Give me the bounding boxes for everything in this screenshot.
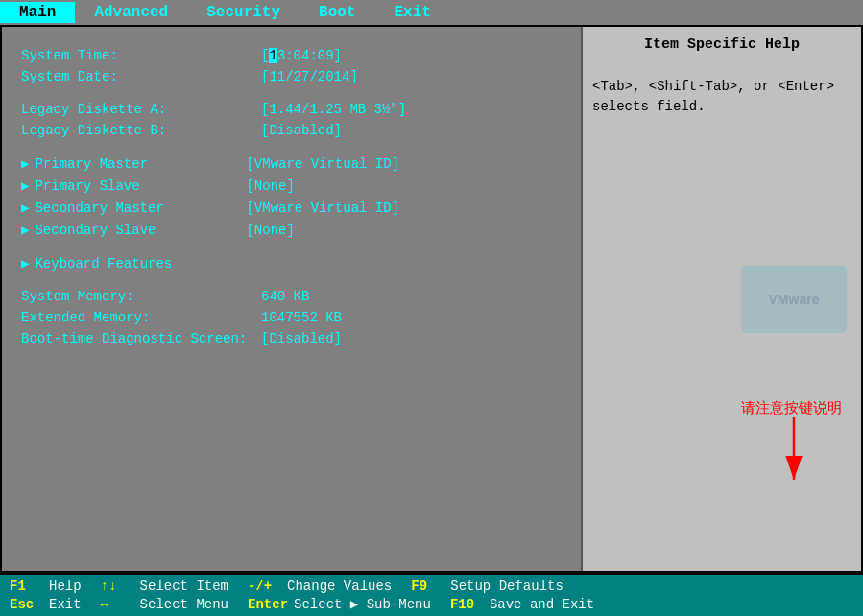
secondary-slave-label: Secondary Slave <box>35 223 246 238</box>
system-memory-value: 640 KB <box>261 289 309 304</box>
annotation-text: 请注意按键说明 <box>741 399 842 417</box>
minus-plus-key: -/+ <box>248 579 281 594</box>
system-date-label: System Date: <box>21 69 261 84</box>
system-date-value[interactable]: [11/27/2014] <box>261 69 358 84</box>
annotation-arrow-svg <box>765 417 823 494</box>
system-memory-label: System Memory: <box>21 289 261 304</box>
boot-diag-value[interactable]: [Disabled] <box>261 331 342 346</box>
f10-desc: Save and Exit <box>490 597 594 612</box>
secondary-slave-row[interactable]: ▶ Secondary Slave [None] <box>21 222 562 238</box>
menu-item-boot[interactable]: Boot <box>300 2 374 23</box>
enter-key: Enter <box>248 597 288 612</box>
system-date-row: System Date: [11/27/2014] <box>21 69 562 84</box>
diskette-b-value[interactable]: [Disabled] <box>261 123 342 138</box>
secondary-slave-arrow: ▶ <box>21 222 29 238</box>
diskette-b-row: Legacy Diskette B: [Disabled] <box>21 123 562 138</box>
f1-key: F1 <box>10 579 43 594</box>
menu-item-main[interactable]: Main <box>0 2 75 23</box>
system-memory-row: System Memory: 640 KB <box>21 289 562 304</box>
bios-screen: Main Advanced Security Boot Exit System … <box>0 0 863 616</box>
left-panel: System Time: [13:04:09] System Date: [11… <box>2 27 583 571</box>
change-values-desc: Change Values <box>287 579 392 594</box>
f1-desc: Help <box>49 579 82 594</box>
boot-diag-row: Boot-time Diagnostic Screen: [Disabled] <box>21 331 562 346</box>
keyboard-features-label: Keyboard Features <box>35 256 246 272</box>
secondary-master-value: [VMware Virtual ID] <box>246 201 399 216</box>
keyboard-features-arrow: ▶ <box>21 255 29 272</box>
f9-desc: Setup Defaults <box>450 579 563 594</box>
status-group-f9: F9 Setup Defaults <box>411 579 563 594</box>
content-area: System Time: [13:04:09] System Date: [11… <box>0 27 863 573</box>
diskette-a-label: Legacy Diskette A: <box>21 102 261 117</box>
esc-key: Esc <box>10 597 43 612</box>
status-group-f1: F1 Help <box>10 579 82 594</box>
system-time-label: System Time: <box>21 48 261 63</box>
select-menu-desc: Select Menu <box>140 597 228 612</box>
menu-item-advanced[interactable]: Advanced <box>75 2 187 23</box>
menu-item-exit[interactable]: Exit <box>374 2 449 23</box>
status-bar: F1 Help ↑↓ Select Item -/+ Change Values… <box>0 573 863 616</box>
primary-slave-arrow: ▶ <box>21 178 29 194</box>
vmware-watermark: VMware <box>736 261 851 338</box>
extended-memory-label: Extended Memory: <box>21 310 261 325</box>
right-panel: Item Specific Help <Tab>, <Shift-Tab>, o… <box>583 27 861 571</box>
system-time-value[interactable]: [13:04:09] <box>261 48 342 63</box>
diskette-b-label: Legacy Diskette B: <box>21 123 261 138</box>
status-row-2: Esc Exit ↔ Select Menu Enter Select ▶ Su… <box>10 596 853 612</box>
primary-master-row[interactable]: ▶ Primary Master [VMware Virtual ID] <box>21 155 562 172</box>
status-group-change-values: -/+ Change Values <box>248 579 392 594</box>
primary-slave-row[interactable]: ▶ Primary Slave [None] <box>21 178 562 194</box>
arrows-updown-key: ↑↓ <box>101 579 134 594</box>
menu-bar: Main Advanced Security Boot Exit <box>0 0 863 27</box>
f10-key: F10 <box>450 597 484 612</box>
boot-diag-label: Boot-time Diagnostic Screen: <box>21 331 261 346</box>
status-group-select-menu: ↔ Select Menu <box>101 597 228 612</box>
diskette-a-row: Legacy Diskette A: [1.44/1.25 MB 3½"] <box>21 102 562 117</box>
f9-key: F9 <box>411 579 444 594</box>
svg-text:VMware: VMware <box>769 292 820 307</box>
secondary-master-row[interactable]: ▶ Secondary Master [VMware Virtual ID] <box>21 200 562 216</box>
extended-memory-row: Extended Memory: 1047552 KB <box>21 310 562 325</box>
system-time-highlight: 1 <box>269 48 276 63</box>
primary-slave-value: [None] <box>246 178 294 194</box>
esc-desc: Exit <box>49 597 82 612</box>
status-group-f10: F10 Save and Exit <box>450 597 594 612</box>
primary-master-label: Primary Master <box>35 156 246 172</box>
arrows-leftright-key: ↔ <box>101 597 134 612</box>
status-group-enter: Enter Select ▶ Sub-Menu <box>248 596 431 612</box>
status-group-select-item: ↑↓ Select Item <box>101 579 228 594</box>
diskette-a-value[interactable]: [1.44/1.25 MB 3½"] <box>261 102 406 117</box>
keyboard-features-row[interactable]: ▶ Keyboard Features <box>21 255 562 272</box>
primary-slave-label: Primary Slave <box>35 178 246 194</box>
status-row-1: F1 Help ↑↓ Select Item -/+ Change Values… <box>10 579 853 594</box>
extended-memory-value: 1047552 KB <box>261 310 342 325</box>
secondary-slave-value: [None] <box>246 223 294 238</box>
secondary-master-arrow: ▶ <box>21 200 29 216</box>
menu-item-security[interactable]: Security <box>187 2 300 23</box>
status-group-esc: Esc Exit <box>10 597 82 612</box>
secondary-master-label: Secondary Master <box>35 201 246 216</box>
primary-master-value: [VMware Virtual ID] <box>246 156 399 172</box>
select-item-desc: Select Item <box>140 579 228 594</box>
annotation-container: 请注意按键说明 <box>741 399 842 494</box>
help-text: <Tab>, <Shift-Tab>, or <Enter> selects f… <box>592 77 851 117</box>
primary-master-arrow: ▶ <box>21 155 29 172</box>
help-title: Item Specific Help <box>592 36 851 59</box>
enter-desc: Select ▶ Sub-Menu <box>294 596 431 612</box>
system-time-row: System Time: [13:04:09] <box>21 48 562 63</box>
